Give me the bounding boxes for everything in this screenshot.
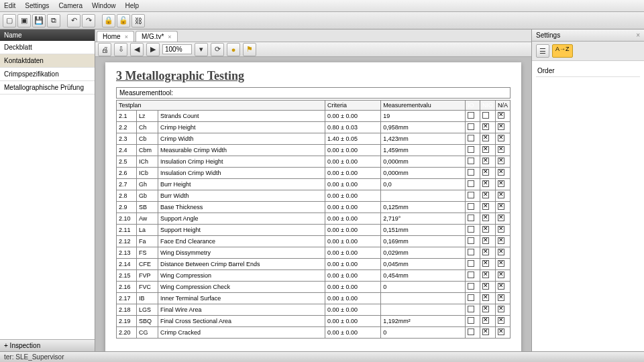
- checkbox[interactable]: [468, 294, 474, 301]
- undo-icon[interactable]: ↶: [67, 14, 80, 27]
- checkbox[interactable]: [498, 306, 504, 312]
- checkbox[interactable]: [468, 237, 474, 244]
- zoom-down-icon[interactable]: ▾: [195, 43, 208, 56]
- checkbox[interactable]: [468, 215, 474, 221]
- checkbox[interactable]: [468, 146, 474, 153]
- checkbox[interactable]: [498, 123, 504, 130]
- checkbox[interactable]: [468, 306, 474, 312]
- checkbox[interactable]: [498, 260, 504, 267]
- checkbox[interactable]: [498, 249, 504, 255]
- next-page-icon[interactable]: ▶: [146, 43, 160, 56]
- marker-icon[interactable]: ●: [227, 43, 240, 56]
- menu-help[interactable]: Help: [125, 2, 140, 9]
- checkbox[interactable]: [468, 249, 474, 255]
- close-icon[interactable]: ×: [636, 32, 640, 39]
- nav-item[interactable]: Crimpspezifikation: [0, 68, 95, 81]
- checkbox[interactable]: [482, 135, 489, 141]
- checkbox[interactable]: [482, 215, 489, 221]
- close-tab-icon[interactable]: ×: [168, 34, 171, 40]
- checkbox[interactable]: [498, 203, 504, 210]
- checkbox[interactable]: [468, 260, 474, 267]
- checkbox[interactable]: [498, 226, 504, 233]
- checkbox[interactable]: [468, 328, 474, 335]
- checkbox[interactable]: [482, 237, 489, 244]
- menu-edit[interactable]: Edit: [4, 2, 15, 9]
- checkbox[interactable]: [498, 328, 504, 335]
- open-icon[interactable]: ▣: [17, 14, 31, 27]
- add-inspection-button[interactable]: + Inspection: [0, 339, 95, 351]
- refresh-icon[interactable]: ⟳: [211, 43, 224, 56]
- table-row: 2.17IBInner Terminal Surface0.00 ± 0.00: [117, 293, 511, 304]
- checkbox[interactable]: [482, 112, 489, 119]
- checkbox[interactable]: [482, 146, 489, 153]
- checkbox[interactable]: [468, 169, 474, 176]
- checkbox[interactable]: [498, 237, 504, 244]
- menu-settings[interactable]: Settings: [25, 2, 49, 9]
- checkbox[interactable]: [498, 112, 504, 119]
- document-scroll[interactable]: 3 Metallographic Testing Measurementtool…: [95, 57, 531, 351]
- checkbox[interactable]: [482, 328, 489, 335]
- checkbox[interactable]: [498, 146, 504, 153]
- checkbox[interactable]: [498, 192, 504, 198]
- checkbox[interactable]: [482, 317, 489, 324]
- checkbox[interactable]: [468, 158, 474, 164]
- saveall-icon[interactable]: ⧉: [47, 14, 60, 27]
- menu-camera[interactable]: Camera: [58, 2, 83, 9]
- redo-icon[interactable]: ↷: [82, 14, 95, 27]
- checkbox[interactable]: [482, 283, 489, 290]
- table-row: 2.16FVCWing Compression Check0.00 ± 0.00…: [117, 282, 511, 293]
- checkbox[interactable]: [498, 135, 504, 141]
- checkbox[interactable]: [482, 306, 489, 312]
- checkbox[interactable]: [482, 123, 489, 130]
- checkbox[interactable]: [482, 203, 489, 210]
- checkbox[interactable]: [498, 272, 504, 278]
- menu-window[interactable]: Window: [92, 2, 116, 9]
- checkbox[interactable]: [482, 294, 489, 301]
- checkbox[interactable]: [468, 135, 474, 141]
- sort-az-button[interactable]: A→Z: [552, 44, 573, 58]
- testplan-table: Testplan Criteria Measurementvalu IO NIO…: [116, 100, 511, 339]
- nav-item[interactable]: Kontaktdaten: [0, 54, 95, 68]
- checkbox[interactable]: [482, 158, 489, 164]
- lock-icon[interactable]: 🔒: [102, 14, 115, 27]
- checkbox[interactable]: [468, 123, 474, 130]
- unlock-icon[interactable]: 🔓: [117, 14, 130, 27]
- checkbox[interactable]: [498, 180, 504, 187]
- checkbox[interactable]: [468, 203, 474, 210]
- checkbox[interactable]: [498, 215, 504, 221]
- nav-item[interactable]: Deckblatt: [0, 41, 95, 54]
- link-icon[interactable]: ⛓: [131, 14, 145, 27]
- order-field-label[interactable]: Order: [536, 65, 640, 77]
- list-view-icon[interactable]: ☰: [536, 44, 549, 58]
- close-tab-icon[interactable]: ×: [125, 34, 128, 40]
- document-tab[interactable]: M/G.tv*×: [136, 31, 178, 42]
- flag-icon[interactable]: ⚑: [243, 43, 256, 56]
- checkbox[interactable]: [468, 317, 474, 324]
- checkbox[interactable]: [498, 158, 504, 164]
- print-icon[interactable]: 🖨: [98, 43, 111, 56]
- checkbox[interactable]: [468, 283, 474, 290]
- new-icon[interactable]: ▢: [3, 14, 16, 27]
- prev-page-icon[interactable]: ◀: [130, 43, 144, 56]
- checkbox[interactable]: [468, 180, 474, 187]
- zoom-input[interactable]: [162, 44, 192, 54]
- nav-item[interactable]: Metallographische Prüfung: [0, 81, 95, 95]
- checkbox[interactable]: [498, 169, 504, 176]
- checkbox[interactable]: [468, 226, 474, 233]
- checkbox[interactable]: [498, 283, 504, 290]
- checkbox[interactable]: [468, 192, 474, 198]
- checkbox[interactable]: [482, 180, 489, 187]
- checkbox[interactable]: [482, 272, 489, 278]
- document-tab[interactable]: Home×: [97, 31, 134, 42]
- checkbox[interactable]: [482, 226, 489, 233]
- checkbox[interactable]: [468, 272, 474, 278]
- save-icon[interactable]: 💾: [32, 14, 46, 27]
- checkbox[interactable]: [498, 317, 504, 324]
- checkbox[interactable]: [482, 192, 489, 198]
- checkbox[interactable]: [498, 294, 504, 301]
- export-icon[interactable]: ⇩: [114, 43, 127, 56]
- checkbox[interactable]: [468, 112, 474, 119]
- checkbox[interactable]: [482, 249, 489, 255]
- checkbox[interactable]: [482, 169, 489, 176]
- checkbox[interactable]: [482, 260, 489, 267]
